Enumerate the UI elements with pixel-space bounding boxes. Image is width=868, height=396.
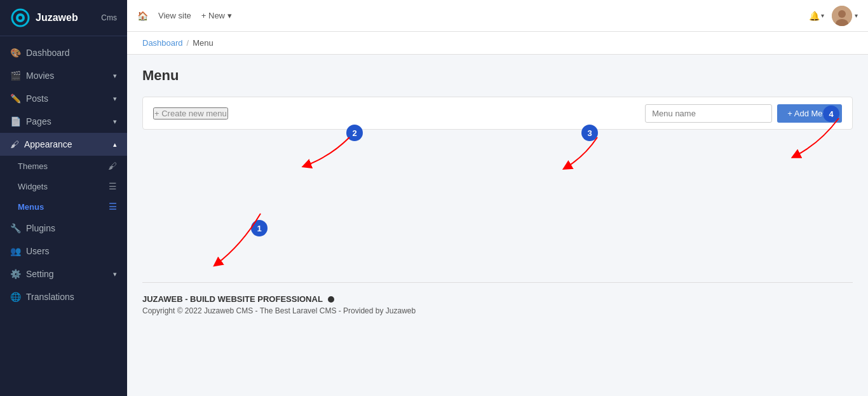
bell-icon: 🔔 <box>809 11 820 21</box>
main-content: 🏠 View site + New ▾ 🔔 ▾ <box>127 0 868 396</box>
footer-brand: JUZAWEB - BUILD WEBSITE PROFESSIONAL <box>142 294 853 304</box>
sidebar-label-setting: Setting <box>26 269 54 279</box>
sidebar-label-menus: Menus <box>18 202 44 212</box>
brand-cms: Cms <box>101 13 117 22</box>
footer-brand-text: JUZAWEB - BUILD WEBSITE PROFESSIONAL <box>142 294 323 304</box>
page-footer-wrapper: JUZAWEB - BUILD WEBSITE PROFESSIONAL Cop… <box>142 282 853 315</box>
footer-copyright: Copyright © 2022 Juzaweb CMS - The Best … <box>142 306 853 315</box>
widgets-icon: ☰ <box>109 181 117 191</box>
menu-name-input[interactable] <box>645 104 772 123</box>
sidebar-label-users: Users <box>26 246 50 256</box>
breadcrumb: Dashboard / Menu <box>127 32 868 55</box>
step-1-bubble: 1 <box>251 220 268 236</box>
svg-point-2 <box>18 16 22 20</box>
sidebar-item-appearance[interactable]: 🖌 Appearance ▴ <box>0 133 127 156</box>
setting-icon: ⚙️ <box>10 269 21 279</box>
user-menu[interactable]: ▾ <box>832 6 858 26</box>
pages-arrow-icon: ▾ <box>113 118 117 126</box>
page-area: Dashboard / Menu Menu + Create new menu … <box>127 32 868 396</box>
sidebar-item-movies[interactable]: 🎬 Movies ▾ <box>0 64 127 87</box>
add-menu-label: + Add Menu <box>787 109 832 118</box>
footer-copyright-text: Copyright © 2022 Juzaweb CMS - The Best … <box>142 306 416 315</box>
new-button[interactable]: + New ▾ <box>201 11 232 20</box>
brand-name: Juzaweb <box>36 12 78 24</box>
notifications-button[interactable]: 🔔 ▾ <box>809 11 824 21</box>
menus-icon: ☰ <box>109 201 117 212</box>
dashboard-icon: 🎨 <box>10 48 21 58</box>
setting-arrow-icon: ▾ <box>113 270 117 278</box>
users-icon: 👥 <box>10 246 21 256</box>
sidebar-label-posts: Posts <box>26 93 48 104</box>
sidebar-label-themes: Themes <box>18 161 48 171</box>
sidebar-item-setting[interactable]: ⚙️ Setting ▾ <box>0 263 127 285</box>
create-new-menu-button[interactable]: + Create new menu <box>153 107 228 119</box>
new-button-label: + New <box>201 11 225 20</box>
posts-arrow-icon: ▾ <box>113 95 117 103</box>
arrow-3 <box>534 131 610 182</box>
sidebar-item-posts[interactable]: ✏️ Posts ▾ <box>0 87 127 110</box>
sidebar-brand: Juzaweb Cms <box>0 0 127 36</box>
menu-toolbar: + Create new menu + Add Menu <box>142 97 853 130</box>
home-icon: 🏠 <box>137 11 148 21</box>
sidebar-item-widgets[interactable]: Widgets ☰ <box>0 176 127 196</box>
sidebar-label-movies: Movies <box>26 71 54 81</box>
avatar-image <box>832 6 852 26</box>
view-site-label: View site <box>158 11 191 20</box>
view-site-link[interactable]: View site <box>158 11 191 20</box>
sidebar-label-pages: Pages <box>26 116 51 126</box>
sidebar-item-menus[interactable]: Menus ☰ <box>0 196 127 217</box>
breadcrumb-separator: / <box>187 38 189 48</box>
breadcrumb-current: Menu <box>193 38 214 48</box>
breadcrumb-home-link[interactable]: Dashboard <box>142 38 183 48</box>
sidebar-label-widgets: Widgets <box>18 182 48 191</box>
themes-icon: 🖌 <box>108 161 117 171</box>
sidebar-item-themes[interactable]: Themes 🖌 <box>0 156 127 176</box>
sidebar: Juzaweb Cms 🎨 Dashboard 🎬 Movies ▾ <box>0 0 127 396</box>
sidebar-item-dashboard[interactable]: 🎨 Dashboard <box>0 41 127 64</box>
movies-icon: 🎬 <box>10 71 21 81</box>
plugins-icon: 🔧 <box>10 223 21 233</box>
translations-icon: 🌐 <box>10 292 21 302</box>
pages-icon: 📄 <box>10 116 21 126</box>
movies-arrow-icon: ▾ <box>113 72 117 80</box>
new-dropdown-arrow-icon: ▾ <box>227 11 232 20</box>
avatar <box>832 6 852 26</box>
page-content: Menu + Create new menu + Add Menu 1 <box>127 55 868 396</box>
sidebar-label-plugins: Plugins <box>26 223 55 233</box>
sidebar-item-translations[interactable]: 🌐 Translations <box>0 285 127 308</box>
arrow-1 <box>191 207 267 283</box>
appearance-arrow-icon: ▴ <box>113 140 117 149</box>
footer-dot-icon <box>328 296 334 303</box>
step-1-number: 1 <box>251 220 268 236</box>
page-title: Menu <box>142 67 853 84</box>
posts-icon: ✏️ <box>10 93 21 104</box>
sidebar-label-appearance: Appearance <box>24 139 72 149</box>
footer: JUZAWEB - BUILD WEBSITE PROFESSIONAL Cop… <box>142 282 853 315</box>
sidebar-nav: 🎨 Dashboard 🎬 Movies ▾ ✏️ Posts ▾ <box>0 36 127 396</box>
svg-point-4 <box>838 10 846 18</box>
topbar: 🏠 View site + New ▾ 🔔 ▾ <box>127 0 868 32</box>
sidebar-item-pages[interactable]: 📄 Pages ▾ <box>0 110 127 133</box>
brand-logo <box>10 8 31 28</box>
sidebar-label-translations: Translations <box>26 292 74 302</box>
sidebar-item-users[interactable]: 👥 Users <box>0 240 127 263</box>
menu-bar-right: + Add Menu <box>645 104 842 123</box>
user-dropdown-arrow-icon: ▾ <box>855 12 858 19</box>
topbar-right: 🔔 ▾ ▾ <box>809 6 858 26</box>
sidebar-label-dashboard: Dashboard <box>26 48 70 58</box>
bell-dropdown-arrow-icon: ▾ <box>821 12 824 19</box>
appearance-icon: 🖌 <box>10 139 19 149</box>
sidebar-item-plugins[interactable]: 🔧 Plugins <box>0 217 127 240</box>
arrow-2 <box>286 131 362 182</box>
add-menu-button[interactable]: + Add Menu <box>777 104 842 123</box>
